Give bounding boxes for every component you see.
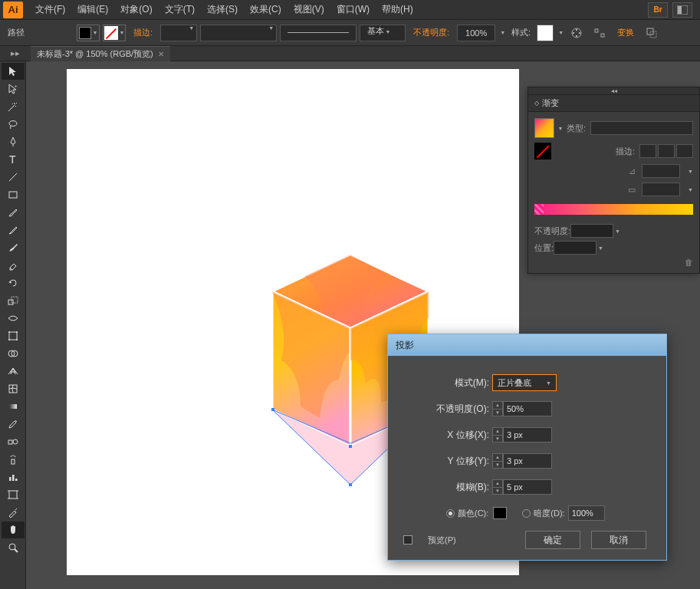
blur-input[interactable] [503,479,552,495]
menu-file[interactable]: 文件(F) [29,0,71,19]
type-tool[interactable]: T [2,151,25,168]
svg-rect-43 [349,483,352,486]
panel-expand-icon[interactable]: ◇ [534,100,539,107]
eyedropper-tool[interactable] [2,416,25,433]
selection-tool[interactable] [2,63,25,80]
symbol-sprayer-tool[interactable] [2,451,25,468]
isolate-icon[interactable] [642,25,662,41]
svg-point-5 [576,35,577,36]
artboard-tool[interactable] [2,486,25,503]
zoom-tool[interactable] [2,539,25,556]
gradient-tool[interactable] [2,398,25,415]
opacity-label[interactable]: 不透明度: [413,27,449,38]
cancel-button[interactable]: 取消 [591,531,646,549]
stroke-swatch[interactable]: ▼ [103,25,126,41]
darkness-radio-label: 暗度(D): [534,508,564,519]
perspective-grid-tool[interactable] [2,363,25,380]
svg-rect-29 [12,459,15,464]
gradient-position-input[interactable] [554,241,596,255]
gradient-opacity-input[interactable] [570,224,613,238]
gradient-angle-input[interactable] [642,164,680,178]
fill-swatch[interactable]: ▼ [77,25,100,41]
blend-tool[interactable] [2,433,25,450]
opacity-spinner[interactable]: ▲▼ [492,401,503,416]
yoffset-input[interactable] [503,453,552,469]
stroke-mode-1[interactable] [639,144,656,158]
mesh-tool[interactable] [2,380,25,397]
tab-arrange-icon[interactable]: ▸▸ [0,46,31,61]
brush-preview[interactable] [280,25,357,41]
hand-tool[interactable] [2,522,25,538]
stroke-weight-select[interactable]: ▼ [160,25,197,41]
gradient-ramp[interactable] [534,204,693,215]
direct-selection-tool[interactable]: + [2,81,25,97]
variable-width-select[interactable]: ▼ [200,25,277,41]
tab-title: 未标题-3* @ 150% (RGB/预览) [37,48,153,60]
menu-help[interactable]: 帮助(H) [376,0,419,19]
panel-header[interactable]: ◇ 渐变 [528,95,699,112]
stroke-mode-3[interactable] [676,144,693,158]
mode-select[interactable]: 正片叠底▼ [492,374,557,391]
gradient-aspect-input[interactable] [642,183,680,196]
free-transform-tool[interactable] [2,327,25,344]
opacity-input-dlg[interactable] [503,401,552,416]
eraser-tool[interactable] [2,257,25,274]
menu-edit[interactable]: 编辑(E) [71,0,114,19]
menu-view[interactable]: 视图(V) [288,0,330,19]
paintbrush-tool[interactable] [2,204,25,221]
darkness-radio[interactable] [522,509,531,518]
opacity-input[interactable] [457,25,495,41]
line-tool[interactable] [2,169,25,186]
preview-checkbox[interactable] [403,535,412,545]
recolor-icon[interactable] [567,25,587,41]
menubar: Ai 文件(F) 编辑(E) 对象(O) 文字(T) 选择(S) 效果(C) 视… [0,0,700,20]
gradient-stroke-swatch[interactable] [534,143,551,160]
pencil-tool[interactable] [2,222,25,239]
pen-tool[interactable] [2,133,25,150]
color-radio[interactable] [446,509,455,518]
darkness-input[interactable] [568,505,605,521]
stroke-mode-2[interactable] [658,144,675,158]
lasso-tool[interactable] [2,116,25,133]
dialog-titlebar[interactable]: 投影 [388,334,666,356]
bridge-button[interactable]: Br [648,2,668,18]
rectangle-tool[interactable] [2,186,25,203]
gradient-preview-swatch[interactable] [534,118,554,138]
gradient-type-select[interactable] [590,121,693,135]
style-label[interactable]: 样式: [511,27,531,38]
xoffset-input[interactable] [503,427,552,443]
magic-wand-tool[interactable] [2,98,25,115]
menu-select[interactable]: 选择(S) [201,0,244,19]
rotate-tool[interactable] [2,275,25,291]
ok-button[interactable]: 确定 [525,531,580,549]
brush-profile-select[interactable]: 基本▼ [360,25,406,41]
stroke-label[interactable]: 描边: [133,27,153,38]
tab-close-icon[interactable]: ✕ [158,50,164,58]
panel-collapse-icon[interactable]: ◂◂ [528,87,699,95]
trash-icon[interactable]: 🗑 [685,258,693,267]
column-graph-tool[interactable] [2,469,25,485]
menu-effect[interactable]: 效果(C) [244,0,288,19]
layout-button[interactable] [672,2,692,18]
svg-rect-8 [601,34,604,37]
scale-tool[interactable] [2,292,25,309]
menu-window[interactable]: 窗口(W) [330,0,376,19]
blob-brush-tool[interactable] [2,239,25,256]
style-swatch[interactable] [537,25,554,41]
shape-builder-tool[interactable] [2,345,25,362]
width-tool[interactable] [2,310,25,327]
transform-label[interactable]: 变换 [613,27,639,38]
slice-tool[interactable] [2,504,25,521]
yoffset-spinner[interactable]: ▲▼ [492,453,503,469]
align-icon[interactable] [590,25,610,41]
blur-spinner[interactable]: ▲▼ [492,479,503,495]
menu-object[interactable]: 对象(O) [114,0,158,19]
svg-text:T: T [9,153,16,166]
document-tab[interactable]: 未标题-3* @ 150% (RGB/预览) ✕ [31,46,170,61]
color-swatch[interactable] [493,507,507,519]
gradient-opacity-label: 不透明度: [534,225,570,237]
svg-point-3 [576,28,577,30]
menu-type[interactable]: 文字(T) [159,0,201,19]
control-bar: 路径 ▼ ▼ 描边: ▼ ▼ 基本▼ 不透明度: ▼ 样式: ▼ 变换 [0,20,700,46]
xoffset-spinner[interactable]: ▲▼ [492,427,503,443]
